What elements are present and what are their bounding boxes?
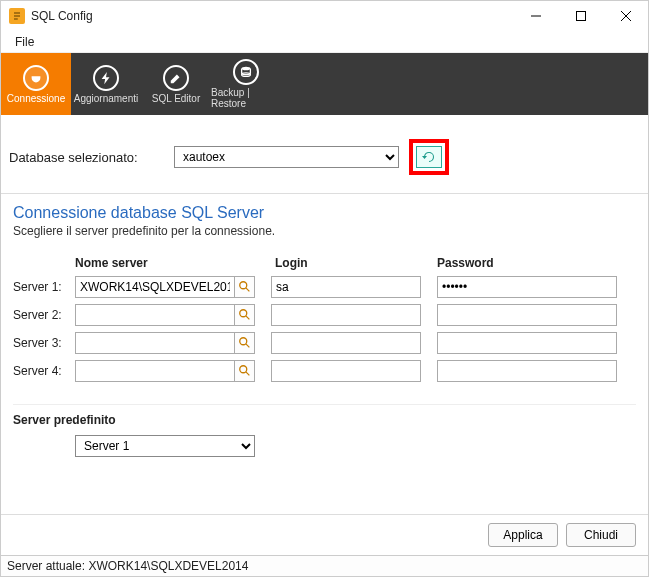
plug-icon [23, 65, 49, 91]
server-grid: Nome server Login Password Server 1: [1, 242, 648, 396]
close-button[interactable] [603, 1, 648, 31]
login-input-4[interactable] [271, 360, 421, 382]
svg-line-10 [245, 316, 249, 320]
section-title: Connessione database SQL Server [13, 204, 636, 222]
password-input-4[interactable] [437, 360, 617, 382]
svg-point-13 [239, 366, 246, 373]
server-name-input-2[interactable] [75, 304, 234, 326]
section-header: Connessione database SQL Server Sceglier… [1, 193, 648, 242]
apply-button[interactable]: Applica [488, 523, 558, 547]
password-input-1[interactable] [437, 276, 617, 298]
login-input-2[interactable] [271, 304, 421, 326]
titlebar: SQL Config [1, 1, 648, 31]
server-lookup-button-1[interactable] [234, 276, 255, 298]
server-row-4: Server 4: [13, 360, 636, 382]
server-lookup-button-2[interactable] [234, 304, 255, 326]
svg-line-8 [245, 288, 249, 292]
server-name-input-4[interactable] [75, 360, 234, 382]
ribbon-aggiornamenti[interactable]: Aggiornamenti [71, 53, 141, 115]
ribbon-label: Connessione [7, 93, 65, 104]
default-server-label: Server predefinito [13, 404, 636, 427]
menu-file[interactable]: File [9, 33, 40, 51]
magnifier-icon [238, 336, 252, 350]
login-input-3[interactable] [271, 332, 421, 354]
highlight-box [409, 139, 449, 175]
ribbon-label: SQL Editor [152, 93, 201, 104]
server-name-input-3[interactable] [75, 332, 234, 354]
svg-point-9 [239, 310, 246, 317]
server-row-label: Server 3: [13, 336, 75, 350]
svg-line-14 [245, 372, 249, 376]
server-lookup-button-4[interactable] [234, 360, 255, 382]
svg-point-5 [242, 67, 251, 71]
svg-line-12 [245, 344, 249, 348]
server-name-input-1[interactable] [75, 276, 234, 298]
disks-icon [233, 59, 259, 85]
close-dialog-button[interactable]: Chiudi [566, 523, 636, 547]
password-input-2[interactable] [437, 304, 617, 326]
server-row-3: Server 3: [13, 332, 636, 354]
refresh-button[interactable] [416, 146, 442, 168]
server-row-2: Server 2: [13, 304, 636, 326]
database-row: Database selezionato: xautoex [1, 115, 648, 193]
server-row-label: Server 4: [13, 364, 75, 378]
password-input-3[interactable] [437, 332, 617, 354]
magnifier-icon [238, 308, 252, 322]
svg-point-11 [239, 338, 246, 345]
svg-rect-2 [576, 12, 585, 21]
server-row-label: Server 1: [13, 280, 75, 294]
svg-point-7 [239, 282, 246, 289]
content: Database selezionato: xautoex Connession… [1, 115, 648, 576]
server-lookup-button-3[interactable] [234, 332, 255, 354]
statusbar: Server attuale: XWORK14\SQLXDEVEL2014 [1, 555, 648, 576]
footer: Applica Chiudi [1, 514, 648, 555]
minimize-button[interactable] [513, 1, 558, 31]
ribbon-backup-restore[interactable]: Backup | Restore [211, 53, 281, 115]
server-row-label: Server 2: [13, 308, 75, 322]
database-select[interactable]: xautoex [174, 146, 399, 168]
menubar: File [1, 31, 648, 53]
section-subtitle: Scegliere il server predefinito per la c… [13, 224, 636, 238]
ribbon-sql-editor[interactable]: SQL Editor [141, 53, 211, 115]
maximize-button[interactable] [558, 1, 603, 31]
status-text: Server attuale: XWORK14\SQLXDEVEL2014 [7, 559, 248, 573]
bolt-icon [93, 65, 119, 91]
ribbon: Connessione Aggiornamenti SQL Editor Bac… [1, 53, 648, 115]
ribbon-label: Backup | Restore [211, 87, 281, 109]
app-window: SQL Config File Connessione Aggiornament… [0, 0, 649, 577]
default-server-section: Server predefinito Server 1 [1, 396, 648, 465]
magnifier-icon [238, 280, 252, 294]
col-header-name: Nome server [75, 256, 271, 270]
default-server-select[interactable]: Server 1 [75, 435, 255, 457]
server-row-1: Server 1: [13, 276, 636, 298]
pencil-icon [163, 65, 189, 91]
login-input-1[interactable] [271, 276, 421, 298]
col-header-password: Password [437, 256, 617, 270]
window-title: SQL Config [31, 9, 93, 23]
ribbon-connessione[interactable]: Connessione [1, 53, 71, 115]
col-header-login: Login [271, 256, 437, 270]
ribbon-label: Aggiornamenti [74, 93, 138, 104]
app-icon [9, 8, 25, 24]
magnifier-icon [238, 364, 252, 378]
database-label: Database selezionato: [9, 150, 164, 165]
refresh-icon [421, 149, 437, 165]
